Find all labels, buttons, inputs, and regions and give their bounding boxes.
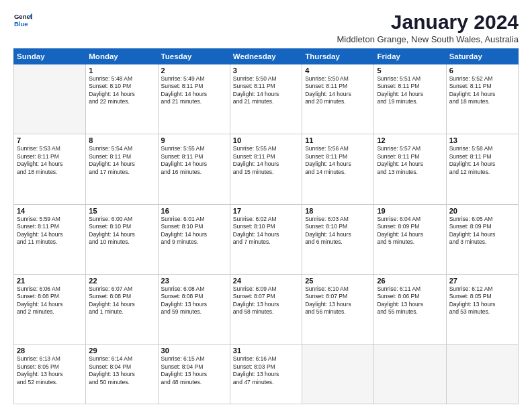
col-wednesday: Wednesday [230, 49, 302, 64]
cell-info-line: and 11 minutes. [17, 238, 83, 246]
day-number: 23 [161, 277, 227, 285]
cell-info-line: Sunrise: 5:54 AM [89, 145, 154, 152]
calendar-cell: 22Sunrise: 6:07 AMSunset: 8:08 PMDayligh… [86, 274, 158, 344]
cell-info-line: Sunrise: 6:04 AM [377, 216, 443, 223]
cell-info-line: and 19 minutes. [377, 98, 443, 105]
calendar-cell: 6Sunrise: 5:52 AMSunset: 8:11 PMDaylight… [446, 64, 518, 134]
cell-info-line: Daylight: 14 hours [233, 231, 299, 238]
day-number: 18 [305, 207, 371, 215]
day-number: 17 [233, 207, 299, 215]
cell-info-line: Daylight: 14 hours [89, 91, 154, 98]
col-thursday: Thursday [302, 49, 374, 64]
cell-info-line: Daylight: 13 hours [89, 371, 154, 378]
cell-info-line: Daylight: 14 hours [161, 161, 227, 168]
day-number: 27 [449, 277, 515, 285]
col-friday: Friday [374, 49, 446, 64]
cell-info-line: Sunset: 8:11 PM [89, 153, 154, 161]
cell-info-line: and 2 minutes. [17, 308, 83, 316]
cell-info-line: Sunrise: 6:15 AM [161, 355, 227, 363]
calendar-cell: 18Sunrise: 6:03 AMSunset: 8:10 PMDayligh… [302, 204, 374, 274]
cell-info-line: and 15 minutes. [233, 169, 299, 176]
cell-info-line: Sunset: 8:10 PM [89, 83, 154, 90]
calendar-cell [374, 345, 446, 404]
cell-info-line: Daylight: 14 hours [449, 161, 515, 168]
day-number: 7 [17, 136, 83, 144]
calendar-cell [14, 64, 86, 134]
cell-info-line: Sunset: 8:10 PM [305, 223, 371, 230]
calendar-cell: 3Sunrise: 5:50 AMSunset: 8:11 PMDaylight… [230, 64, 302, 134]
cell-info-line: Daylight: 14 hours [17, 231, 83, 238]
logo-icon: General Blue [13, 11, 32, 30]
cell-info-line: Daylight: 14 hours [233, 161, 299, 168]
cell-info-line: Sunset: 8:07 PM [233, 293, 299, 300]
cell-info-line: Sunrise: 5:52 AM [449, 75, 515, 83]
cell-info-line: Sunrise: 5:51 AM [377, 75, 443, 83]
day-number: 8 [89, 136, 154, 144]
cell-info-line: Daylight: 14 hours [161, 91, 227, 98]
cell-info-line: and 53 minutes. [449, 308, 515, 316]
cell-info-line: Daylight: 13 hours [377, 301, 443, 308]
cell-info-line: Sunrise: 6:16 AM [233, 355, 299, 363]
day-number: 13 [449, 136, 515, 144]
cell-info-line: and 10 minutes. [89, 238, 154, 246]
cell-info-line: Daylight: 13 hours [17, 371, 83, 378]
cell-info-line: and 58 minutes. [233, 308, 299, 316]
cell-info-line: and 7 minutes. [233, 238, 299, 246]
cell-info-line: Sunrise: 6:00 AM [89, 216, 154, 223]
header: General Blue January 2024 Middleton Gran… [13, 11, 519, 44]
cell-info-line: Daylight: 14 hours [449, 91, 515, 98]
cell-info-line: Sunrise: 6:09 AM [233, 285, 299, 293]
cell-info-line: Daylight: 14 hours [17, 301, 83, 308]
cell-info-line: Daylight: 14 hours [305, 91, 371, 98]
cell-info-line: Sunset: 8:05 PM [449, 293, 515, 300]
cell-info-line: Sunrise: 5:55 AM [161, 145, 227, 152]
calendar-cell: 31Sunrise: 6:16 AMSunset: 8:03 PMDayligh… [230, 345, 302, 404]
calendar-cell: 29Sunrise: 6:14 AMSunset: 8:04 PMDayligh… [86, 345, 158, 404]
cell-info-line: Sunset: 8:11 PM [449, 83, 515, 90]
cell-info-line: Sunrise: 6:14 AM [89, 355, 154, 363]
cell-info-line: Sunrise: 5:56 AM [305, 145, 371, 152]
logo: General Blue [13, 11, 32, 30]
cell-info-line: Sunset: 8:09 PM [449, 223, 515, 230]
cell-info-line: Sunrise: 6:07 AM [89, 285, 154, 293]
cell-info-line: Daylight: 14 hours [89, 301, 154, 308]
cell-info-line: and 22 minutes. [89, 98, 154, 105]
cell-info-line: Daylight: 14 hours [89, 231, 154, 238]
cell-info-line: Sunrise: 5:49 AM [161, 75, 227, 83]
cell-info-line: Sunset: 8:10 PM [233, 223, 299, 230]
cell-info-line: Sunset: 8:11 PM [305, 153, 371, 161]
cell-info-line: Sunrise: 5:50 AM [305, 75, 371, 83]
cell-info-line: Sunset: 8:04 PM [89, 363, 154, 371]
cell-info-line: Sunrise: 6:01 AM [161, 216, 227, 223]
cell-info-line: Daylight: 14 hours [161, 231, 227, 238]
page: General Blue January 2024 Middleton Gran… [0, 0, 532, 411]
day-number: 20 [449, 207, 515, 215]
calendar-cell [302, 345, 374, 404]
cell-info-line: Sunset: 8:11 PM [233, 83, 299, 90]
cell-info-line: and 13 minutes. [377, 169, 443, 176]
day-number: 10 [233, 136, 299, 144]
calendar-cell: 17Sunrise: 6:02 AMSunset: 8:10 PMDayligh… [230, 204, 302, 274]
cell-info-line: Sunset: 8:05 PM [17, 363, 83, 371]
day-number: 22 [89, 277, 154, 285]
day-number: 30 [161, 347, 227, 355]
cell-info-line: Daylight: 14 hours [449, 231, 515, 238]
calendar-cell: 30Sunrise: 6:15 AMSunset: 8:04 PMDayligh… [158, 345, 230, 404]
calendar-cell: 13Sunrise: 5:58 AMSunset: 8:11 PMDayligh… [446, 134, 518, 204]
cell-info-line: Sunset: 8:04 PM [161, 363, 227, 371]
cell-info-line: Daylight: 13 hours [161, 301, 227, 308]
cell-info-line: and 17 minutes. [89, 169, 154, 176]
month-year-title: January 2024 [337, 11, 519, 33]
cell-info-line: Daylight: 14 hours [17, 161, 83, 168]
calendar-cell: 26Sunrise: 6:11 AMSunset: 8:06 PMDayligh… [374, 274, 446, 344]
cell-info-line: and 14 minutes. [305, 169, 371, 176]
calendar-table: Sunday Monday Tuesday Wednesday Thursday… [13, 48, 519, 404]
cell-info-line: and 5 minutes. [377, 238, 443, 246]
cell-info-line: Sunset: 8:08 PM [17, 293, 83, 300]
cell-info-line: and 9 minutes. [161, 238, 227, 246]
calendar-cell: 21Sunrise: 6:06 AMSunset: 8:08 PMDayligh… [14, 274, 86, 344]
cell-info-line: and 50 minutes. [89, 379, 154, 386]
day-number: 6 [449, 66, 515, 75]
cell-info-line: Sunrise: 6:08 AM [161, 285, 227, 293]
cell-info-line: Sunset: 8:10 PM [89, 223, 154, 230]
